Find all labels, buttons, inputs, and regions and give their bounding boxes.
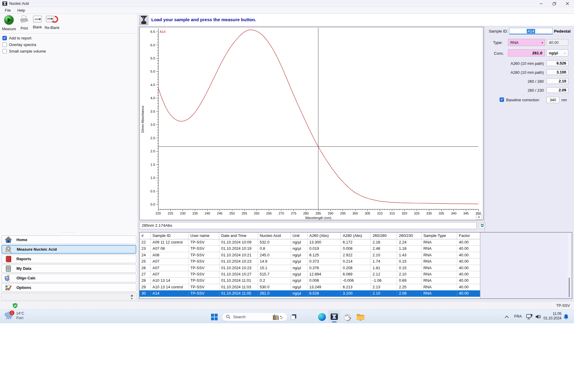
add-to-report-option[interactable]: Add to report (2, 35, 31, 41)
taskbar-weather-widget[interactable]: 1 14°CRain (4, 311, 24, 321)
concentration-field[interactable]: 261.0 (508, 49, 545, 56)
baseline-wavelength-field[interactable]: 340 (546, 97, 559, 103)
table-scrollbar[interactable] (568, 233, 571, 298)
column-header[interactable]: 260/280 (371, 232, 397, 239)
cell: 1.74 (371, 258, 397, 264)
notification-center-button[interactable] (562, 313, 570, 321)
spectrum-chart[interactable]: 2202252302352402452502552602652702752802… (139, 27, 483, 220)
language-indicator[interactable]: FRA (514, 314, 522, 318)
table-row[interactable]: 22A09 11 12 controlTP-SSV01.10.2024 10:0… (140, 239, 480, 246)
table-row[interactable]: 26A07TP-SSV01.10.2024 10:2315.1ng/µl0.37… (140, 265, 480, 271)
sidebar-item-home[interactable]: Home (1, 235, 136, 244)
start-button[interactable] (210, 313, 218, 321)
splitter-handle[interactable]: ·········· (51, 231, 87, 234)
cell: 2.25 (397, 284, 422, 290)
cell: ng/µl (291, 290, 308, 296)
paint-taskbar-button[interactable] (343, 313, 352, 321)
menu-help[interactable]: Help (16, 8, 27, 13)
column-header[interactable]: A260 (Abs) (308, 232, 341, 239)
cell: 0.214 (341, 258, 371, 264)
cell: TP-SSV (189, 252, 219, 258)
cell: TP-SSV (189, 284, 219, 290)
type-dropdown[interactable]: RNA▼ (508, 39, 545, 46)
column-header[interactable]: 260/230 (397, 232, 422, 239)
table-row[interactable]: 24A08TP-SSV01.10.2024 10:21245.0ng/µl6.1… (140, 252, 480, 258)
table-row[interactable]: 29A10 13 14 controlTP-SSV01.10.2024 11:0… (140, 284, 480, 290)
tray-expand-button[interactable] (503, 314, 510, 319)
explorer-taskbar-button[interactable] (356, 313, 365, 321)
cell: 22 (140, 239, 151, 245)
sidebar-item-my-data[interactable]: My Data (1, 264, 136, 273)
small-sample-volume-option[interactable]: Small sample volume (2, 48, 46, 54)
scrollbar-thumb[interactable] (569, 278, 570, 297)
svg-text:220: 220 (155, 212, 161, 215)
cell: ng/µl (291, 252, 308, 258)
window-title: Nucleic Acid (9, 1, 29, 6)
cell: ng/µl (291, 239, 308, 245)
cell: ng/µl (291, 258, 308, 264)
sample-id-input[interactable]: A14 (509, 28, 553, 34)
edge-browser-button[interactable] (317, 313, 326, 321)
cell: 25 (140, 258, 151, 264)
volume-tray-button[interactable] (535, 313, 542, 320)
cell: 12.894 (308, 271, 341, 277)
cell: 0.006 (308, 278, 341, 284)
overlay-spectra-option[interactable]: Overlay spectra (2, 42, 36, 47)
blank-button[interactable]: Blank (31, 15, 44, 29)
tray-time: 11:05 (553, 312, 561, 316)
cell: 01.10.2024 10:23 (219, 265, 258, 271)
column-header[interactable]: Date and Time (219, 232, 258, 239)
overlay-spectra-checkbox[interactable] (2, 42, 7, 47)
running-indicator (346, 320, 349, 321)
column-header[interactable]: Nucleic Acid (258, 232, 291, 239)
dropdown-arrow-icon: ▼ (541, 42, 544, 44)
table-row[interactable]: 27A07TP-SSV01.10.2024 10:27515.7ng/µl12.… (140, 271, 480, 278)
table-row[interactable]: 30A14TP-SSV01.10.2024 11:05261.0ng/µl6.5… (140, 290, 480, 297)
title-bar: Nucleic Acid (0, 0, 574, 7)
network-tray-button[interactable] (526, 313, 533, 320)
sidebar-item-options[interactable]: Options (1, 283, 136, 292)
unit-dropdown[interactable]: ng/µl⌄ (546, 49, 568, 56)
reblank-button[interactable]: Re-Blank (44, 15, 60, 30)
sidebar-item-oligo-calc[interactable]: Oligo Calc (1, 274, 136, 282)
table-row[interactable]: 25A07TP-SSV01.10.2024 10:2314.9ng/µl0.37… (140, 258, 480, 265)
nucleic-acid-taskbar-button[interactable] (328, 311, 340, 323)
column-header[interactable]: A280 (Abs) (341, 232, 371, 239)
x-axis-label: Wavelength (nm) (305, 216, 331, 220)
sidebar-item-measure-nucleic-acid[interactable]: Measure Nucleic Acid (1, 245, 136, 254)
column-header[interactable]: Unit (291, 232, 308, 239)
sidebar-collapse-bar[interactable]: »▾ (1, 293, 137, 301)
minimize-button[interactable] (535, 0, 548, 7)
small-sample-volume-checkbox[interactable] (2, 49, 7, 53)
column-header[interactable]: # (140, 232, 151, 239)
baseline-correction-checkbox[interactable] (500, 97, 504, 102)
factor-field[interactable]: 40.00 (546, 39, 568, 46)
cell: RNA (422, 239, 457, 245)
column-header[interactable]: Factor (457, 232, 480, 239)
double-chevron-down-icon (480, 223, 484, 228)
add-to-report-checkbox[interactable] (2, 36, 7, 40)
column-header[interactable]: Sample Type (422, 232, 457, 239)
column-header[interactable]: User name (189, 232, 219, 239)
table-row[interactable]: 28A10 13 14TP-SSV01.10.2024 11:010.2ng/µ… (140, 278, 480, 284)
cell: 0.15 (397, 258, 422, 264)
cell: 2.48 (371, 246, 397, 252)
table-row[interactable]: 23A07 08TP-SSV01.10.2024 10:190.8ng/µl0.… (140, 246, 480, 252)
svg-text:250: 250 (229, 212, 235, 215)
restore-button[interactable] (548, 0, 561, 7)
chart-collapse-button[interactable]: « (476, 215, 482, 220)
print-button[interactable]: Print (17, 15, 31, 30)
task-view-button[interactable] (289, 313, 298, 321)
column-header[interactable]: Sample ID (151, 232, 189, 239)
sidebar-item-reports[interactable]: Reports (1, 255, 136, 263)
cell: 245.0 (258, 252, 291, 258)
search-box[interactable]: Search (222, 312, 288, 321)
a260-label: A260 (10 mm path) (485, 61, 544, 66)
measure-button[interactable]: Measure (1, 15, 17, 31)
clock-widget[interactable]: 11:05 01.10.2024 (544, 312, 561, 321)
security-shield-icon (13, 303, 18, 310)
svg-text:4.5: 4.5 (150, 83, 155, 87)
cell: A14 (151, 290, 189, 296)
close-button[interactable] (561, 0, 574, 7)
menu-file[interactable]: File (3, 8, 13, 13)
